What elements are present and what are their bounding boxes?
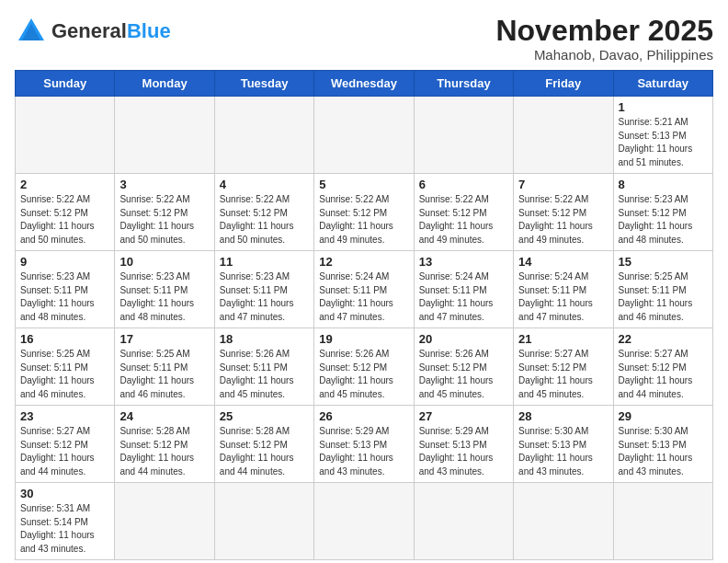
day-number: 1 <box>619 100 708 114</box>
calendar-week-2: 2Sunrise: 5:22 AM Sunset: 5:12 PM Daylig… <box>16 174 713 251</box>
day-number: 4 <box>220 178 309 191</box>
header: GeneralBlue November 2025 Mahanob, Davao… <box>15 15 713 63</box>
calendar-cell: 29Sunrise: 5:30 AM Sunset: 5:13 PM Dayli… <box>613 406 712 483</box>
day-info: Sunrise: 5:30 AM Sunset: 5:13 PM Dayligh… <box>619 425 708 478</box>
day-info: Sunrise: 5:23 AM Sunset: 5:12 PM Dayligh… <box>619 193 708 247</box>
logo: GeneralBlue <box>15 15 171 48</box>
day-info: Sunrise: 5:22 AM Sunset: 5:12 PM Dayligh… <box>319 193 408 247</box>
calendar-cell: 3Sunrise: 5:22 AM Sunset: 5:12 PM Daylig… <box>115 174 214 251</box>
day-info: Sunrise: 5:27 AM Sunset: 5:12 PM Dayligh… <box>619 348 708 401</box>
calendar-cell <box>314 97 414 174</box>
location-subtitle: Mahanob, Davao, Philippines <box>495 47 713 63</box>
calendar-cell <box>16 97 115 174</box>
calendar-cell: 28Sunrise: 5:30 AM Sunset: 5:13 PM Dayli… <box>514 406 613 483</box>
calendar-week-6: 30Sunrise: 5:31 AM Sunset: 5:14 PM Dayli… <box>16 483 713 560</box>
calendar-cell: 6Sunrise: 5:22 AM Sunset: 5:12 PM Daylig… <box>414 174 513 251</box>
calendar-week-3: 9Sunrise: 5:23 AM Sunset: 5:11 PM Daylig… <box>16 251 713 328</box>
calendar-body: 1Sunrise: 5:21 AM Sunset: 5:13 PM Daylig… <box>16 97 713 560</box>
calendar-cell: 13Sunrise: 5:24 AM Sunset: 5:11 PM Dayli… <box>414 251 513 328</box>
day-info: Sunrise: 5:25 AM Sunset: 5:11 PM Dayligh… <box>20 348 109 401</box>
calendar-cell: 26Sunrise: 5:29 AM Sunset: 5:13 PM Dayli… <box>314 406 414 483</box>
logo-text: GeneralBlue <box>51 21 171 41</box>
day-info: Sunrise: 5:27 AM Sunset: 5:12 PM Dayligh… <box>20 425 109 478</box>
day-info: Sunrise: 5:26 AM Sunset: 5:12 PM Dayligh… <box>419 348 508 401</box>
day-of-week-monday: Monday <box>115 71 214 97</box>
calendar-cell <box>214 97 313 174</box>
day-info: Sunrise: 5:23 AM Sunset: 5:11 PM Dayligh… <box>220 270 309 324</box>
calendar-cell: 7Sunrise: 5:22 AM Sunset: 5:12 PM Daylig… <box>514 174 613 251</box>
calendar-header-row: SundayMondayTuesdayWednesdayThursdayFrid… <box>16 71 713 97</box>
calendar-cell: 22Sunrise: 5:27 AM Sunset: 5:12 PM Dayli… <box>613 328 712 406</box>
calendar-cell <box>314 483 414 560</box>
day-info: Sunrise: 5:29 AM Sunset: 5:13 PM Dayligh… <box>319 425 408 478</box>
calendar-table: SundayMondayTuesdayWednesdayThursdayFrid… <box>15 70 713 560</box>
day-info: Sunrise: 5:23 AM Sunset: 5:11 PM Dayligh… <box>119 270 209 324</box>
day-number: 25 <box>220 409 309 423</box>
calendar-cell: 10Sunrise: 5:23 AM Sunset: 5:11 PM Dayli… <box>115 251 214 328</box>
day-info: Sunrise: 5:30 AM Sunset: 5:13 PM Dayligh… <box>518 425 608 478</box>
day-info: Sunrise: 5:28 AM Sunset: 5:12 PM Dayligh… <box>119 425 209 478</box>
calendar-cell: 2Sunrise: 5:22 AM Sunset: 5:12 PM Daylig… <box>16 174 115 251</box>
day-info: Sunrise: 5:22 AM Sunset: 5:12 PM Dayligh… <box>20 193 109 247</box>
day-number: 12 <box>319 255 408 269</box>
day-info: Sunrise: 5:23 AM Sunset: 5:11 PM Dayligh… <box>20 270 109 324</box>
day-number: 27 <box>419 409 508 423</box>
day-number: 3 <box>119 178 209 191</box>
calendar-cell: 27Sunrise: 5:29 AM Sunset: 5:13 PM Dayli… <box>414 406 513 483</box>
day-info: Sunrise: 5:25 AM Sunset: 5:11 PM Dayligh… <box>119 348 209 401</box>
day-number: 29 <box>619 409 708 423</box>
calendar-cell <box>414 483 513 560</box>
day-number: 7 <box>518 178 608 191</box>
day-number: 21 <box>518 332 608 346</box>
day-info: Sunrise: 5:26 AM Sunset: 5:12 PM Dayligh… <box>319 348 408 401</box>
calendar-cell: 14Sunrise: 5:24 AM Sunset: 5:11 PM Dayli… <box>514 251 613 328</box>
day-number: 6 <box>419 178 508 191</box>
day-number: 8 <box>619 178 708 191</box>
day-info: Sunrise: 5:22 AM Sunset: 5:12 PM Dayligh… <box>518 193 608 247</box>
day-number: 16 <box>20 332 109 346</box>
calendar-cell: 9Sunrise: 5:23 AM Sunset: 5:11 PM Daylig… <box>16 251 115 328</box>
calendar-cell: 30Sunrise: 5:31 AM Sunset: 5:14 PM Dayli… <box>16 483 115 560</box>
calendar-cell: 11Sunrise: 5:23 AM Sunset: 5:11 PM Dayli… <box>214 251 313 328</box>
calendar-cell <box>214 483 313 560</box>
calendar-cell <box>414 97 513 174</box>
day-number: 30 <box>20 487 109 500</box>
calendar-cell: 1Sunrise: 5:21 AM Sunset: 5:13 PM Daylig… <box>613 97 712 174</box>
day-number: 11 <box>220 255 309 269</box>
day-of-week-sunday: Sunday <box>16 71 115 97</box>
calendar-cell: 16Sunrise: 5:25 AM Sunset: 5:11 PM Dayli… <box>16 328 115 406</box>
calendar-cell <box>613 483 712 560</box>
calendar-cell <box>514 483 613 560</box>
day-number: 14 <box>518 255 608 269</box>
day-number: 9 <box>20 255 109 269</box>
day-number: 22 <box>619 332 708 346</box>
day-info: Sunrise: 5:24 AM Sunset: 5:11 PM Dayligh… <box>419 270 508 324</box>
calendar-cell: 23Sunrise: 5:27 AM Sunset: 5:12 PM Dayli… <box>16 406 115 483</box>
month-title: November 2025 <box>495 15 713 47</box>
day-info: Sunrise: 5:29 AM Sunset: 5:13 PM Dayligh… <box>419 425 508 478</box>
day-number: 2 <box>20 178 109 191</box>
day-of-week-wednesday: Wednesday <box>314 71 414 97</box>
day-number: 5 <box>319 178 408 191</box>
day-number: 18 <box>220 332 309 346</box>
calendar-cell <box>115 97 214 174</box>
day-info: Sunrise: 5:27 AM Sunset: 5:12 PM Dayligh… <box>518 348 608 401</box>
day-info: Sunrise: 5:28 AM Sunset: 5:12 PM Dayligh… <box>220 425 309 478</box>
title-block: November 2025 Mahanob, Davao, Philippine… <box>495 15 713 63</box>
day-of-week-thursday: Thursday <box>414 71 513 97</box>
calendar-cell: 18Sunrise: 5:26 AM Sunset: 5:11 PM Dayli… <box>214 328 313 406</box>
day-info: Sunrise: 5:24 AM Sunset: 5:11 PM Dayligh… <box>518 270 608 324</box>
day-number: 13 <box>419 255 508 269</box>
calendar-week-1: 1Sunrise: 5:21 AM Sunset: 5:13 PM Daylig… <box>16 97 713 174</box>
page: GeneralBlue November 2025 Mahanob, Davao… <box>0 0 728 563</box>
day-number: 26 <box>319 409 408 423</box>
day-of-week-friday: Friday <box>514 71 613 97</box>
calendar-week-5: 23Sunrise: 5:27 AM Sunset: 5:12 PM Dayli… <box>16 406 713 483</box>
day-number: 23 <box>20 409 109 423</box>
day-number: 24 <box>119 409 209 423</box>
day-number: 28 <box>518 409 608 423</box>
day-info: Sunrise: 5:22 AM Sunset: 5:12 PM Dayligh… <box>119 193 209 247</box>
day-info: Sunrise: 5:21 AM Sunset: 5:13 PM Dayligh… <box>619 116 708 169</box>
day-info: Sunrise: 5:26 AM Sunset: 5:11 PM Dayligh… <box>220 348 309 401</box>
logo-icon <box>15 15 48 48</box>
